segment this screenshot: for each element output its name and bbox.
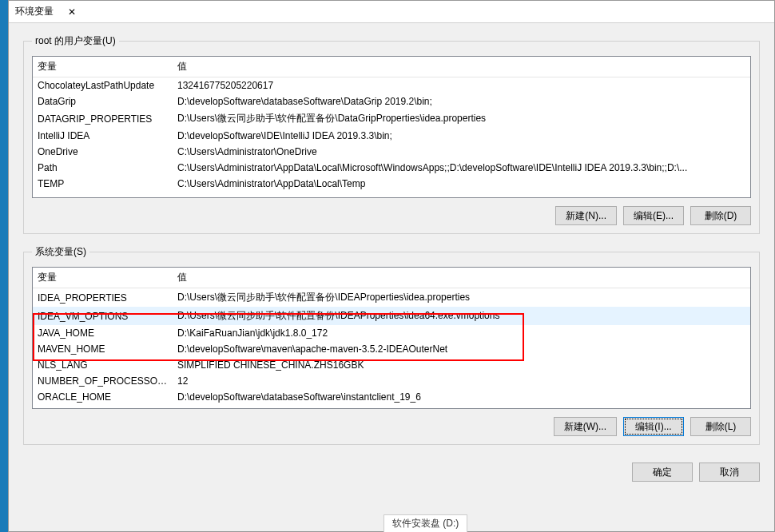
table-row[interactable]: ORACLE_HOMED:\developSoftware\databaseSo…: [33, 389, 750, 405]
table-row[interactable]: MAVEN_HOMED:\developSoftware\maven\apach…: [33, 341, 750, 357]
user-delete-button[interactable]: 删除(D): [690, 206, 751, 225]
bottom-hint: 软件安装盘 (D:): [384, 514, 467, 532]
user-col-variable[interactable]: 变量: [33, 57, 173, 77]
user-vars-table-wrap[interactable]: 变量 值 ChocolateyLastPathUpdate13241677520…: [32, 56, 751, 198]
system-vars-table-wrap[interactable]: 变量 值 IDEA_PROPERTIESD:\Users\微云同步助手\软件配置…: [32, 267, 751, 409]
system-vars-legend: 系统变量(S): [32, 245, 89, 259]
system-delete-button[interactable]: 删除(L): [690, 417, 751, 436]
user-edit-button[interactable]: 编辑(E)...: [623, 206, 684, 225]
system-vars-buttons: 新建(W)... 编辑(I)... 删除(L): [32, 417, 751, 436]
system-new-button[interactable]: 新建(W)...: [554, 417, 617, 436]
table-row[interactable]: DATAGRIP_PROPERTIESD:\Users\微云同步助手\软件配置备…: [33, 109, 750, 128]
system-vars-group: 系统变量(S) 变量 值 IDEA_PROPERTIESD:\Users\微云同…: [23, 245, 760, 445]
table-row[interactable]: ChocolateyLastPathUpdate1324167752052206…: [33, 77, 750, 94]
table-row-selected[interactable]: IDEA_VM_OPTIONSD:\Users\微云同步助手\软件配置备份\ID…: [33, 307, 750, 325]
user-col-value[interactable]: 值: [173, 57, 750, 77]
close-button[interactable]: ✕: [54, 1, 90, 23]
cancel-button[interactable]: 取消: [699, 463, 760, 482]
sys-col-variable[interactable]: 变量: [33, 268, 173, 288]
user-vars-buttons: 新建(N)... 编辑(E)... 删除(D): [32, 206, 751, 225]
close-icon: ✕: [68, 6, 76, 18]
window-title: 环境变量: [15, 5, 54, 18]
table-row[interactable]: TEMPC:\Users\Administrator\AppData\Local…: [33, 176, 750, 192]
table-row[interactable]: IDEA_PROPERTIESD:\Users\微云同步助手\软件配置备份\ID…: [33, 288, 750, 308]
system-vars-table: 变量 值 IDEA_PROPERTIESD:\Users\微云同步助手\软件配置…: [33, 268, 750, 405]
table-row[interactable]: DataGripD:\developSoftware\databaseSoftw…: [33, 93, 750, 109]
user-vars-legend: root 的用户变量(U): [32, 34, 119, 48]
table-row[interactable]: PathC:\Users\Administrator\AppData\Local…: [33, 160, 750, 176]
user-vars-table: 变量 值 ChocolateyLastPathUpdate13241677520…: [33, 57, 750, 192]
table-row[interactable]: OneDriveC:\Users\Administrator\OneDrive: [33, 144, 750, 160]
system-edit-button[interactable]: 编辑(I)...: [623, 417, 684, 436]
table-row[interactable]: JAVA_HOMED:\KaiFaRuanJian\jdk\jdk1.8.0_1…: [33, 325, 750, 341]
table-row[interactable]: NUMBER_OF_PROCESSORS12: [33, 373, 750, 389]
table-row[interactable]: NLS_LANGSIMPLIFIED CHINESE_CHINA.ZHS16GB…: [33, 357, 750, 373]
env-vars-dialog: 环境变量 ✕ root 的用户变量(U) 变量 值 ChocolateyLast…: [8, 0, 775, 532]
table-row[interactable]: IntelliJ IDEAD:\developSoftware\IDE\Inte…: [33, 128, 750, 144]
sys-col-value[interactable]: 值: [173, 268, 750, 288]
dialog-buttons: 确定 取消: [23, 456, 760, 482]
user-new-button[interactable]: 新建(N)...: [555, 206, 617, 225]
titlebar: 环境变量 ✕: [9, 1, 774, 23]
ok-button[interactable]: 确定: [632, 463, 693, 482]
dialog-content: root 的用户变量(U) 变量 值 ChocolateyLastPathUpd…: [9, 23, 774, 531]
user-vars-group: root 的用户变量(U) 变量 值 ChocolateyLastPathUpd…: [23, 34, 760, 234]
